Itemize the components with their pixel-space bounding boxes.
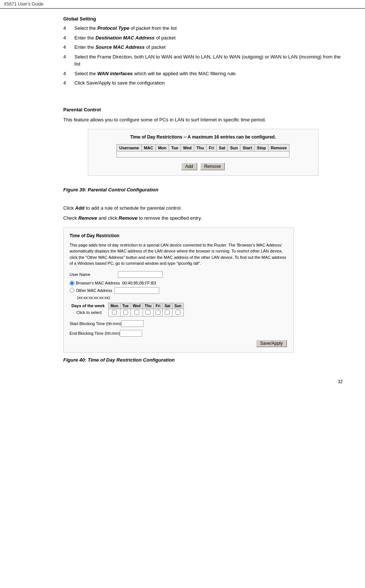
tod-title: Time of Day Restriction [70, 233, 288, 238]
step-num: 4 [63, 79, 74, 87]
days-click-row: Click to select [70, 309, 183, 316]
figure-40-caption: Figure 40: Time of Day Restriction Confi… [63, 357, 343, 363]
other-mac-radio[interactable] [70, 288, 74, 293]
end-blocking-input[interactable] [120, 330, 142, 337]
check-remove-description: Check Remove and click Remove to remove … [63, 214, 343, 222]
step-num: 4 [63, 44, 74, 51]
global-setting-title: Global Setting [63, 16, 343, 22]
parental-control-description: This feature allows you to configure som… [63, 116, 343, 124]
end-blocking-label: End Blocking Time (hh:mm) [70, 331, 120, 336]
day-wed-checkbox[interactable] [134, 310, 139, 315]
col-wed: Wed [181, 144, 194, 152]
col-fri: Fri [206, 144, 217, 152]
day-mon-checkbox-cell [109, 309, 121, 316]
col-remove: Remove [268, 144, 289, 152]
browser-mac-radio[interactable] [70, 281, 74, 286]
browser-mac-value: 00:40:95:08:FF:B3 [122, 281, 156, 285]
parental-control-title: Parental Control [63, 107, 343, 112]
days-table: Days of the week Mon Tue Wed Thu Fri Sat… [70, 303, 184, 317]
step-num: 4 [63, 34, 74, 42]
save-apply-button[interactable]: Save/Apply [256, 340, 287, 347]
col-mon: Mon [156, 144, 169, 152]
end-blocking-row: End Blocking Time (hh:mm) [70, 330, 288, 337]
list-item: 4 Enter the Destination MAC Address of p… [63, 34, 343, 42]
start-blocking-label: Start Blocking Time (hh:mm) [70, 321, 121, 326]
list-item: 4 Select the Protocol Type of packet fro… [63, 25, 343, 32]
other-mac-row: Other MAC Address [70, 287, 288, 294]
day-sun: Sun [172, 303, 183, 309]
day-wed: Wed [131, 303, 143, 309]
day-sun-checkbox[interactable] [176, 310, 180, 315]
col-tue: Tue [169, 144, 181, 152]
browser-mac-label: Browser's MAC Address [76, 281, 120, 285]
day-wed-checkbox-cell [131, 309, 143, 316]
day-tue-checkbox-cell [120, 309, 131, 316]
col-sat: Sat [217, 144, 228, 152]
main-content: Global Setting 4 Select the Protocol Typ… [0, 9, 365, 375]
step-text: Enter the Destination MAC Address of pac… [74, 34, 343, 42]
list-item: 4 Enter the Source MAC Address of packet [63, 44, 343, 51]
day-sat-checkbox[interactable] [165, 310, 170, 315]
add-button[interactable]: Add [181, 163, 197, 170]
day-fri: Fri [154, 303, 163, 309]
step-text: Enter the Source MAC Address of packet [74, 44, 343, 51]
click-to-select-label: Click to select [70, 309, 109, 316]
list-item: 4 Click Save/Apply to save the configura… [63, 79, 343, 87]
username-input[interactable] [118, 271, 163, 278]
figure-39-box: Time of Day Restrictions -- A maximum 16… [88, 129, 318, 176]
day-fri-checkbox-cell [154, 309, 163, 316]
restriction-table: Username MAC Mon Tue Wed Thu Fri Sat Sun… [116, 144, 289, 158]
day-tue: Tue [120, 303, 131, 309]
other-mac-input[interactable] [115, 287, 159, 294]
save-apply-row: Save/Apply [70, 340, 288, 347]
day-fri-checkbox[interactable] [156, 310, 160, 315]
step-text: Select the Protocol Type of packet from … [74, 25, 343, 32]
day-sat: Sat [163, 303, 173, 309]
list-item: 4 Select the Frame Direction, both LAN t… [63, 53, 343, 68]
col-mac: MAC [141, 144, 156, 152]
browser-mac-row: Browser's MAC Address 00:40:95:08:FF:B3 [70, 281, 288, 286]
day-sun-checkbox-cell [172, 309, 183, 316]
tod-restriction-box: Time of Day Restriction This page adds t… [63, 228, 294, 353]
col-stop: Stop [254, 144, 268, 152]
step-num: 4 [63, 53, 74, 68]
page-header: X5671 User's Guide [0, 0, 365, 9]
tod-table-note: Time of Day Restrictions -- A maximum 16… [92, 134, 314, 140]
day-mon-checkbox[interactable] [112, 310, 117, 315]
days-label: Days of the week [70, 303, 109, 309]
day-thu: Thu [143, 303, 153, 309]
day-thu-checkbox-cell [143, 309, 153, 316]
tod-description: This page adds time of day restriction t… [70, 242, 288, 267]
start-blocking-row: Start Blocking Time (hh:mm) [70, 320, 288, 327]
mac-format-hint: (xx:xx:xx:xx:xx:xx) [77, 295, 288, 300]
table-row [117, 152, 289, 158]
day-sat-checkbox-cell [163, 309, 173, 316]
days-section: Days of the week Mon Tue Wed Thu Fri Sat… [70, 303, 288, 317]
step-text: Click Save/Apply to save the configurati… [74, 79, 343, 87]
col-thu: Thu [194, 144, 206, 152]
remove-button[interactable]: Remove [200, 163, 225, 170]
list-item: 4 Select the WAN interfaces which will b… [63, 70, 343, 77]
click-add-description: Click Add to add a rule of schedule for … [63, 204, 343, 212]
col-username: Username [117, 144, 141, 152]
other-mac-label: Other MAC Address [76, 288, 112, 293]
day-tue-checkbox[interactable] [123, 310, 128, 315]
table-buttons: Add Remove [92, 163, 314, 170]
step-num: 4 [63, 70, 74, 77]
username-row: User Name [70, 271, 288, 278]
step-text: Select the WAN interfaces which will be … [74, 70, 343, 77]
day-mon: Mon [109, 303, 121, 309]
page-number: 32 [0, 375, 365, 388]
header-title: X5671 User's Guide [4, 1, 44, 7]
step-text: Select the Frame Direction, both LAN to … [74, 53, 343, 68]
col-start: Start [240, 144, 254, 152]
figure-39-caption: Figure 39: Parental Control Configuratio… [63, 187, 343, 193]
step-num: 4 [63, 25, 74, 32]
username-label: User Name [70, 272, 118, 277]
col-sun: Sun [228, 144, 240, 152]
start-blocking-input[interactable] [121, 320, 144, 327]
day-thu-checkbox[interactable] [145, 310, 150, 315]
